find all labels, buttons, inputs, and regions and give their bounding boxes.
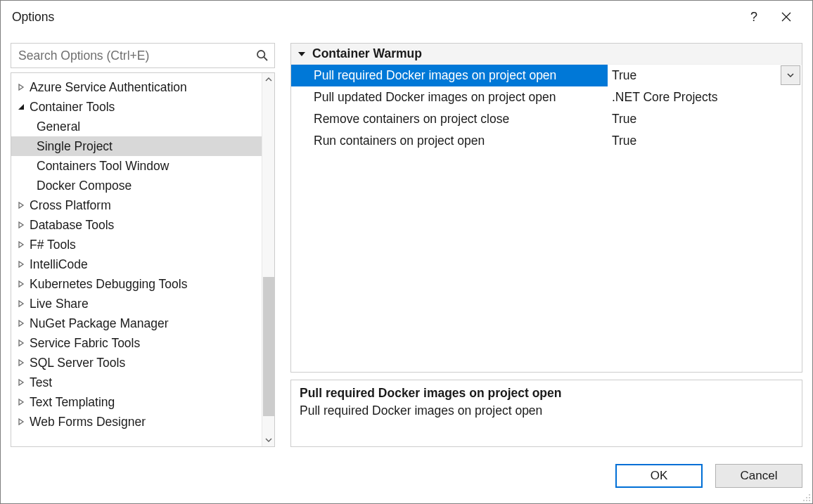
help-icon: ? [750,10,757,25]
tree-item[interactable]: Kubernetes Debugging Tools [11,274,262,294]
collapsed-arrow-icon[interactable] [15,416,27,427]
tree-item[interactable]: Text Templating [11,392,262,412]
property-name: Pull required Docker images on project o… [312,65,608,86]
tree-item[interactable]: Web Forms Designer [11,412,262,432]
property-value[interactable]: .NET Core Projects [608,86,802,108]
tree-item[interactable]: Test [11,373,262,392]
help-button[interactable]: ? [738,1,770,33]
svg-point-0 [257,51,264,58]
collapsed-arrow-icon[interactable] [15,219,27,231]
tree-item-label: Kubernetes Debugging Tools [30,277,187,292]
tree-item-label: NuGet Package Manager [30,316,168,331]
tree-scrollbar[interactable] [262,73,274,446]
tree-item-label: General [37,119,80,134]
search-box[interactable] [11,43,275,68]
svg-line-1 [264,57,267,60]
close-icon [781,12,791,22]
svg-point-4 [809,497,810,498]
tree-item[interactable]: Cross Platform [11,195,262,215]
tree-item[interactable]: Docker Compose [11,176,262,195]
tree-item-label: Single Project [37,139,113,154]
collapsed-arrow-icon[interactable] [15,318,27,329]
tree-item[interactable]: General [11,117,262,136]
collapsed-arrow-icon[interactable] [15,239,27,250]
scroll-down-button[interactable] [262,434,275,446]
property-value[interactable]: True [608,108,802,130]
tree-item-label: Azure Service Authentication [30,80,187,95]
property-row-gutter [291,130,312,152]
collapsed-arrow-icon[interactable] [15,200,27,211]
tree-item[interactable]: F# Tools [11,235,262,254]
property-row-gutter [291,86,312,108]
property-row[interactable]: Remove containers on project closeTrue [291,108,802,130]
tree-item-label: Text Templating [30,395,115,410]
tree-item[interactable]: Single Project [11,136,262,156]
tree-item[interactable]: NuGet Package Manager [11,314,262,333]
scroll-thumb[interactable] [263,277,274,416]
tree-item[interactable]: Live Share [11,294,262,314]
collapsed-arrow-icon[interactable] [15,357,27,368]
property-category-header[interactable]: Container Warmup [291,44,802,65]
property-row[interactable]: Pull required Docker images on project o… [291,65,802,86]
search-icon[interactable] [250,49,274,62]
tree-item-label: Docker Compose [37,179,132,193]
scroll-up-button[interactable] [262,73,275,86]
svg-point-6 [806,500,807,501]
cancel-button[interactable]: Cancel [715,464,802,488]
property-name: Run containers on project open [312,130,608,152]
right-panel: Container Warmup Pull required Docker im… [290,43,802,447]
collapsed-arrow-icon[interactable] [15,337,27,349]
collapse-icon [295,48,308,60]
property-name: Pull updated Docker images on project op… [312,86,608,108]
collapsed-arrow-icon[interactable] [15,396,27,408]
property-value[interactable]: True [608,130,802,152]
expanded-arrow-icon[interactable] [15,101,27,112]
window-title: Options [12,10,738,25]
ok-button[interactable]: OK [615,464,703,488]
property-name: Remove containers on project close [312,108,608,130]
tree-item[interactable]: IntelliCode [11,254,262,274]
property-description-title: Pull required Docker images on project o… [300,386,793,401]
dialog-footer: OK Cancel [1,457,812,503]
collapsed-arrow-icon[interactable] [15,278,27,290]
property-description-body: Pull required Docker images on project o… [300,403,793,418]
tree-item-label: Live Share [30,297,89,311]
tree-item[interactable]: Containers Tool Window [11,156,262,176]
property-value[interactable]: True [608,65,779,86]
property-grid: Container Warmup Pull required Docker im… [290,43,802,373]
collapsed-arrow-icon[interactable] [15,298,27,309]
tree-item[interactable]: Service Fabric Tools [11,333,262,353]
tree-item[interactable]: Database Tools [11,215,262,235]
svg-point-2 [809,494,810,496]
chevron-down-icon [787,72,794,79]
tree-item[interactable]: Container Tools [11,97,262,117]
close-button[interactable] [770,1,802,33]
property-row[interactable]: Pull updated Docker images on project op… [291,86,802,108]
cancel-button-label: Cancel [741,469,778,483]
property-category-label: Container Warmup [312,46,422,61]
left-panel: Azure Service AuthenticationContainer To… [11,43,275,447]
collapsed-arrow-icon[interactable] [15,377,27,388]
collapsed-arrow-icon[interactable] [15,82,27,93]
content-area: Azure Service AuthenticationContainer To… [1,33,812,457]
tree-item-label: Database Tools [30,218,114,233]
ok-button-label: OK [651,469,668,483]
property-row-gutter [291,65,312,86]
svg-point-3 [806,497,807,498]
tree-item-label: Service Fabric Tools [30,336,140,351]
collapsed-arrow-icon[interactable] [15,259,27,270]
tree-item-label: F# Tools [30,238,76,252]
search-input[interactable] [11,44,250,67]
tree-list[interactable]: Azure Service AuthenticationContainer To… [11,73,262,446]
tree-item-label: IntelliCode [30,257,88,272]
property-dropdown-button[interactable] [781,65,800,85]
tree-item-label: Web Forms Designer [30,415,146,429]
property-description-panel: Pull required Docker images on project o… [290,380,802,447]
tree-item-label: SQL Server Tools [30,356,125,370]
resize-grip-icon[interactable] [801,492,811,502]
tree-item[interactable]: Azure Service Authentication [11,77,262,97]
svg-point-7 [809,500,810,501]
titlebar: Options ? [1,1,812,33]
property-row[interactable]: Run containers on project openTrue [291,130,802,152]
tree-item[interactable]: SQL Server Tools [11,353,262,373]
